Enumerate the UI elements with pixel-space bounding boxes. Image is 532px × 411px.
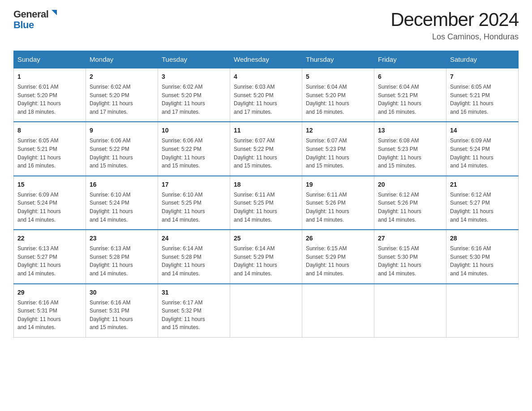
calendar-cell: 21Sunrise: 6:12 AMSunset: 5:27 PMDayligh… [446,176,519,230]
calendar-cell: 31Sunrise: 6:17 AMSunset: 5:32 PMDayligh… [158,284,230,338]
calendar-cell: 2Sunrise: 6:02 AMSunset: 5:20 PMDaylight… [86,68,158,122]
day-info: Sunrise: 6:10 AMSunset: 5:24 PMDaylight:… [90,191,154,224]
header-friday: Friday [374,51,446,68]
day-number: 10 [162,126,226,135]
logo: General Blue [13,9,59,30]
day-number: 5 [306,72,370,81]
calendar-cell: 11Sunrise: 6:07 AMSunset: 5:22 PMDayligh… [230,122,302,176]
calendar-cell: 6Sunrise: 6:04 AMSunset: 5:21 PMDaylight… [374,68,446,122]
day-info: Sunrise: 6:09 AMSunset: 5:24 PMDaylight:… [17,191,82,224]
calendar-cell [230,284,302,338]
day-info: Sunrise: 6:10 AMSunset: 5:25 PMDaylight:… [162,191,226,224]
calendar-cell: 23Sunrise: 6:13 AMSunset: 5:28 PMDayligh… [86,230,158,283]
calendar-cell: 17Sunrise: 6:10 AMSunset: 5:25 PMDayligh… [158,176,230,230]
day-info: Sunrise: 6:13 AMSunset: 5:27 PMDaylight:… [17,244,82,278]
day-number: 7 [450,72,515,81]
day-number: 24 [162,234,226,243]
calendar-week-row: 1Sunrise: 6:01 AMSunset: 5:20 PMDaylight… [14,68,519,122]
header-thursday: Thursday [302,51,374,68]
logo-blue-text: Blue [13,20,59,30]
day-number: 4 [234,72,298,81]
day-info: Sunrise: 6:08 AMSunset: 5:23 PMDaylight:… [378,137,442,170]
calendar-cell: 16Sunrise: 6:10 AMSunset: 5:24 PMDayligh… [86,176,158,230]
day-number: 11 [234,126,298,135]
day-info: Sunrise: 6:03 AMSunset: 5:20 PMDaylight:… [234,83,298,116]
day-info: Sunrise: 6:04 AMSunset: 5:21 PMDaylight:… [378,83,442,116]
day-number: 9 [90,126,154,135]
day-info: Sunrise: 6:12 AMSunset: 5:26 PMDaylight:… [378,191,442,224]
day-info: Sunrise: 6:14 AMSunset: 5:29 PMDaylight:… [234,244,298,278]
day-number: 31 [162,288,226,297]
day-number: 18 [234,180,298,189]
day-info: Sunrise: 6:04 AMSunset: 5:20 PMDaylight:… [306,83,370,116]
calendar-cell: 14Sunrise: 6:09 AMSunset: 5:24 PMDayligh… [446,122,519,176]
day-info: Sunrise: 6:12 AMSunset: 5:27 PMDaylight:… [450,191,515,224]
day-info: Sunrise: 6:14 AMSunset: 5:28 PMDaylight:… [162,244,226,278]
calendar-cell: 25Sunrise: 6:14 AMSunset: 5:29 PMDayligh… [230,230,302,283]
day-number: 14 [450,126,515,135]
day-number: 20 [378,180,442,189]
calendar-cell: 22Sunrise: 6:13 AMSunset: 5:27 PMDayligh… [14,230,86,283]
calendar-week-row: 22Sunrise: 6:13 AMSunset: 5:27 PMDayligh… [14,230,519,283]
calendar-cell: 8Sunrise: 6:05 AMSunset: 5:21 PMDaylight… [14,122,86,176]
day-number: 19 [306,180,370,189]
header-saturday: Saturday [446,51,519,68]
calendar-table: SundayMondayTuesdayWednesdayThursdayFrid… [13,51,519,338]
calendar-cell: 5Sunrise: 6:04 AMSunset: 5:20 PMDaylight… [302,68,374,122]
day-info: Sunrise: 6:01 AMSunset: 5:20 PMDaylight:… [17,83,82,116]
day-info: Sunrise: 6:11 AMSunset: 5:26 PMDaylight:… [306,191,370,224]
calendar-cell: 30Sunrise: 6:16 AMSunset: 5:31 PMDayligh… [86,284,158,338]
day-number: 29 [17,288,82,297]
day-info: Sunrise: 6:07 AMSunset: 5:22 PMDaylight:… [234,137,298,170]
header-wednesday: Wednesday [230,51,302,68]
title-section: December 2024 Los Caminos, Honduras [390,9,519,42]
calendar-cell: 19Sunrise: 6:11 AMSunset: 5:26 PMDayligh… [302,176,374,230]
calendar-cell: 3Sunrise: 6:02 AMSunset: 5:20 PMDaylight… [158,68,230,122]
day-info: Sunrise: 6:15 AMSunset: 5:29 PMDaylight:… [306,244,370,278]
day-info: Sunrise: 6:16 AMSunset: 5:31 PMDaylight:… [17,299,82,332]
day-info: Sunrise: 6:09 AMSunset: 5:24 PMDaylight:… [450,137,515,170]
day-info: Sunrise: 6:05 AMSunset: 5:21 PMDaylight:… [450,83,515,116]
day-number: 16 [90,180,154,189]
calendar-cell: 13Sunrise: 6:08 AMSunset: 5:23 PMDayligh… [374,122,446,176]
day-info: Sunrise: 6:06 AMSunset: 5:22 PMDaylight:… [162,137,226,170]
day-number: 2 [90,72,154,81]
calendar-cell: 24Sunrise: 6:14 AMSunset: 5:28 PMDayligh… [158,230,230,283]
day-info: Sunrise: 6:02 AMSunset: 5:20 PMDaylight:… [162,83,226,116]
day-number: 12 [306,126,370,135]
calendar-cell: 4Sunrise: 6:03 AMSunset: 5:20 PMDaylight… [230,68,302,122]
day-number: 15 [17,180,82,189]
calendar-cell: 28Sunrise: 6:16 AMSunset: 5:30 PMDayligh… [446,230,519,283]
day-number: 8 [17,126,82,135]
calendar-cell: 18Sunrise: 6:11 AMSunset: 5:25 PMDayligh… [230,176,302,230]
calendar-week-row: 15Sunrise: 6:09 AMSunset: 5:24 PMDayligh… [14,176,519,230]
header-sunday: Sunday [14,51,86,68]
calendar-cell: 7Sunrise: 6:05 AMSunset: 5:21 PMDaylight… [446,68,519,122]
day-number: 22 [17,234,82,243]
day-number: 17 [162,180,226,189]
page-header: General Blue December 2024 Los Caminos, … [13,9,519,42]
day-number: 27 [378,234,442,243]
location-text: Los Caminos, Honduras [390,32,519,42]
day-number: 21 [450,180,515,189]
day-number: 1 [17,72,82,81]
day-number: 30 [90,288,154,297]
calendar-header-row: SundayMondayTuesdayWednesdayThursdayFrid… [14,51,519,68]
calendar-cell [374,284,446,338]
calendar-week-row: 29Sunrise: 6:16 AMSunset: 5:31 PMDayligh… [14,284,519,338]
day-info: Sunrise: 6:07 AMSunset: 5:23 PMDaylight:… [306,137,370,170]
day-number: 13 [378,126,442,135]
day-info: Sunrise: 6:02 AMSunset: 5:20 PMDaylight:… [90,83,154,116]
day-number: 6 [378,72,442,81]
calendar-week-row: 8Sunrise: 6:05 AMSunset: 5:21 PMDaylight… [14,122,519,176]
day-number: 25 [234,234,298,243]
day-number: 3 [162,72,226,81]
day-info: Sunrise: 6:16 AMSunset: 5:30 PMDaylight:… [450,244,515,278]
calendar-cell: 26Sunrise: 6:15 AMSunset: 5:29 PMDayligh… [302,230,374,283]
calendar-cell: 27Sunrise: 6:15 AMSunset: 5:30 PMDayligh… [374,230,446,283]
calendar-cell: 29Sunrise: 6:16 AMSunset: 5:31 PMDayligh… [14,284,86,338]
header-tuesday: Tuesday [158,51,230,68]
day-info: Sunrise: 6:16 AMSunset: 5:31 PMDaylight:… [90,299,154,332]
logo-arrow-icon [50,9,59,18]
calendar-cell: 10Sunrise: 6:06 AMSunset: 5:22 PMDayligh… [158,122,230,176]
